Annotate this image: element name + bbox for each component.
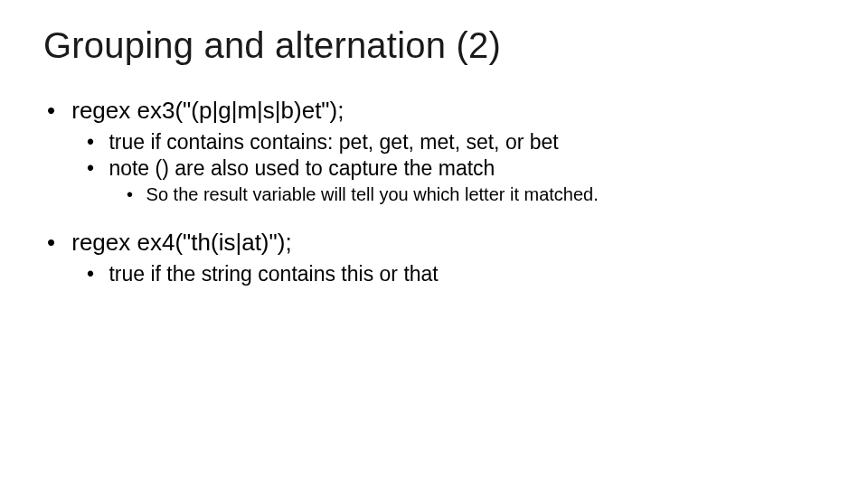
bullet-text: regex ex3("(p|g|m|s|b)et"); [71, 97, 344, 124]
list-item: regex ex3("(p|g|m|s|b)et"); true if cont… [47, 97, 825, 205]
slide: Grouping and alternation (2) regex ex3("… [0, 0, 868, 488]
bullet-list-level1: regex ex3("(p|g|m|s|b)et"); true if cont… [47, 97, 825, 286]
slide-title: Grouping and alternation (2) [43, 25, 825, 66]
list-item: note () are also used to capture the mat… [87, 156, 825, 205]
list-item: So the result variable will tell you whi… [127, 184, 825, 205]
bullet-list-level2: true if contains contains: pet, get, met… [47, 130, 825, 205]
bullet-list-level2: true if the string contains this or that [47, 262, 825, 286]
bullet-text: true if contains contains: pet, get, met… [108, 130, 558, 154]
bullet-text: note () are also used to capture the mat… [108, 156, 495, 180]
bullet-text: regex ex4("th(is|at)"); [71, 229, 291, 256]
bullet-list-level3: So the result variable will tell you whi… [87, 184, 825, 205]
list-item: true if the string contains this or that [87, 262, 825, 286]
list-item: true if contains contains: pet, get, met… [87, 130, 825, 155]
bullet-text: So the result variable will tell you whi… [146, 184, 599, 204]
bullet-text: true if the string contains this or that [108, 262, 438, 286]
list-item: regex ex4("th(is|at)"); true if the stri… [47, 229, 825, 286]
